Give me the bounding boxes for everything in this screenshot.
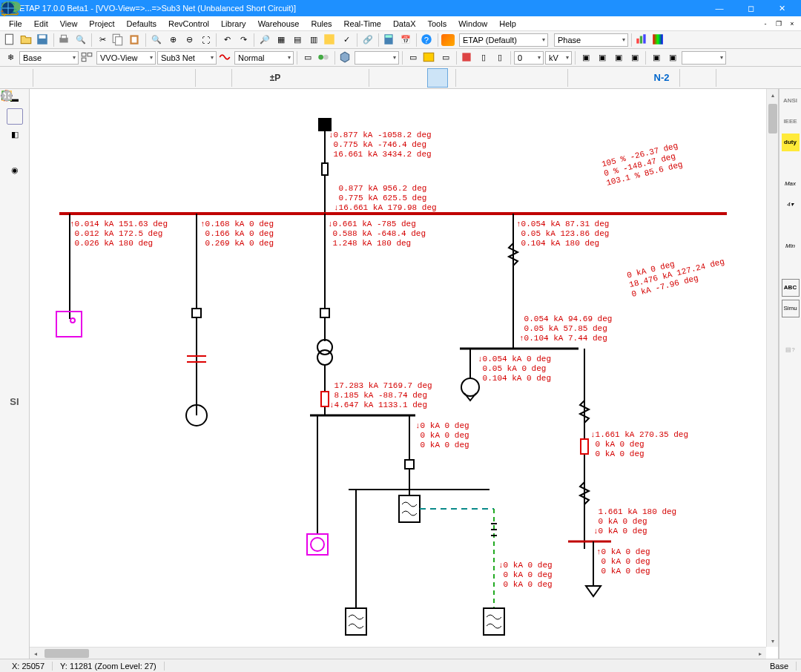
battery-icon[interactable] <box>340 68 361 88</box>
horizontal-scrollbar[interactable]: ◂ ▸ <box>30 647 766 659</box>
globe-blue-icon[interactable] <box>749 68 770 88</box>
menu-library[interactable]: Library <box>215 18 252 30</box>
element-cable-icon[interactable] <box>7 179 23 196</box>
element-branch-icon[interactable] <box>7 108 23 125</box>
network-combo[interactable]: Sub3 Net <box>157 51 217 65</box>
chart-grey-icon[interactable] <box>782 383 800 401</box>
print-preview-button[interactable]: 🔍 <box>73 33 88 47</box>
woc-icon[interactable]: WOC <box>724 68 745 88</box>
calc-icon[interactable] <box>382 33 397 47</box>
bolt-side-icon[interactable] <box>601 68 622 88</box>
bolt-box-icon[interactable] <box>427 68 448 88</box>
menu-project[interactable]: Project <box>83 18 120 30</box>
harm-icon[interactable] <box>142 68 162 88</box>
pencil-icon[interactable] <box>4 68 25 88</box>
mode-combo[interactable]: Normal <box>234 51 294 65</box>
continuity-icon[interactable]: ✓ <box>339 33 354 47</box>
menu-window[interactable]: Window <box>452 18 493 30</box>
unit-combo[interactable]: Phase <box>554 33 628 47</box>
menu-view[interactable]: View <box>54 18 84 30</box>
copy-button[interactable] <box>111 33 126 47</box>
menu-tools[interactable]: Tools <box>422 18 453 30</box>
pill-green-icon[interactable] <box>688 68 708 88</box>
element-source-icon[interactable]: ◧ <box>7 126 23 142</box>
element-graph-icon[interactable] <box>7 269 23 285</box>
find-button[interactable]: 🔎 <box>257 33 272 47</box>
misc2-icon[interactable]: ▣ <box>595 50 610 65</box>
duty-button[interactable]: duty <box>782 134 800 151</box>
cube-icon[interactable] <box>338 50 353 65</box>
hierarchy-red-icon[interactable] <box>7 340 23 356</box>
help-icon[interactable]: ? <box>420 33 435 47</box>
four-dropdown[interactable]: 4▾ <box>782 196 800 214</box>
panel1-icon[interactable]: ▤ <box>290 33 305 47</box>
element-schema-icon[interactable] <box>7 304 23 320</box>
view-picker-icon[interactable] <box>80 50 95 65</box>
link-icon[interactable]: 🔗 <box>360 33 375 47</box>
min-button[interactable]: Min <box>782 237 800 255</box>
si-label[interactable]: SI <box>7 393 23 409</box>
pq-na-icon[interactable]: PQnA <box>402 68 423 88</box>
tool-b-icon[interactable]: ▯ <box>492 50 507 65</box>
maximize-button[interactable]: ◻ <box>736 0 765 16</box>
theme-icon[interactable] <box>323 33 337 47</box>
ansi-button[interactable]: ANSI <box>782 92 800 110</box>
element-load-icon[interactable]: ◉ <box>7 162 23 178</box>
element-cable2-icon[interactable] <box>7 197 23 214</box>
bolt-max-icon[interactable] <box>782 154 800 172</box>
n2-label[interactable]: N-2 <box>651 68 672 88</box>
value-combo[interactable]: 0 <box>514 51 544 65</box>
simu-button[interactable]: Simu <box>782 300 800 317</box>
zoom-in-button[interactable]: ⊕ <box>165 33 180 47</box>
element-panel-icon[interactable] <box>7 233 23 249</box>
print-button[interactable] <box>57 33 72 47</box>
view-combo[interactable]: VVO-View <box>96 51 156 65</box>
bolt-min-icon[interactable] <box>782 217 800 234</box>
run3-icon[interactable]: ▭ <box>438 50 453 65</box>
scenario-combo[interactable] <box>355 51 399 65</box>
palette1-icon[interactable] <box>635 33 650 47</box>
unit-kv-combo[interactable]: kV <box>545 51 572 65</box>
minimize-button[interactable]: — <box>705 0 734 16</box>
menu-datax[interactable]: DataX <box>387 18 422 30</box>
switch-red-icon[interactable] <box>626 68 647 88</box>
stop-icon[interactable] <box>460 50 475 65</box>
zoom-out-button[interactable]: ⊖ <box>182 33 197 47</box>
zoom-window-button[interactable]: 🔍 <box>149 33 164 47</box>
open-button[interactable] <box>19 33 34 47</box>
panel2-icon[interactable]: ▥ <box>306 33 321 47</box>
max-button[interactable]: Max <box>782 175 800 193</box>
menu-help[interactable]: Help <box>493 18 522 30</box>
plusminus-p-icon[interactable]: ±P <box>265 68 286 88</box>
child-close-button[interactable]: × <box>786 19 798 29</box>
horseshoe-icon[interactable] <box>489 68 510 88</box>
tail-combo[interactable] <box>682 51 726 65</box>
star-icon[interactable] <box>539 68 560 88</box>
bolt-red-rt-icon[interactable] <box>782 320 800 338</box>
run2-icon[interactable] <box>422 50 437 65</box>
warn-group-icon[interactable] <box>315 68 336 88</box>
element-meter-icon[interactable] <box>7 144 23 160</box>
gear-blue-icon[interactable] <box>782 258 800 276</box>
report-icon[interactable]: 📅 <box>398 33 413 47</box>
misc6-icon[interactable]: ▣ <box>665 50 680 65</box>
wave-icon[interactable] <box>167 68 188 88</box>
run1-icon[interactable]: ▭ <box>406 50 421 65</box>
save-button[interactable] <box>36 33 50 47</box>
canvas[interactable]: ↓0.877 kA -1058.2 deg 0.775 kA -746.4 de… <box>30 89 779 659</box>
element-map-icon[interactable] <box>7 286 23 303</box>
layers-icon[interactable]: ▭ <box>300 50 315 65</box>
config-icon[interactable]: ❄ <box>3 50 18 65</box>
pq-flow2-icon[interactable]: P Q <box>377 68 398 88</box>
menu-defaults[interactable]: Defaults <box>121 18 162 30</box>
close-button[interactable]: ✕ <box>767 0 797 16</box>
element-trash-icon[interactable] <box>7 322 23 338</box>
menu-file[interactable]: File <box>3 18 28 30</box>
misc1-icon[interactable]: ▣ <box>578 50 593 65</box>
new-button[interactable] <box>3 33 18 47</box>
study-case-combo[interactable]: ETAP (Default) <box>459 33 548 47</box>
element-globe-icon[interactable] <box>7 215 23 231</box>
ieee-button[interactable]: IEEE <box>782 113 800 131</box>
menu-realtime[interactable]: Real-Time <box>338 18 387 30</box>
misc3-icon[interactable]: ▣ <box>611 50 626 65</box>
